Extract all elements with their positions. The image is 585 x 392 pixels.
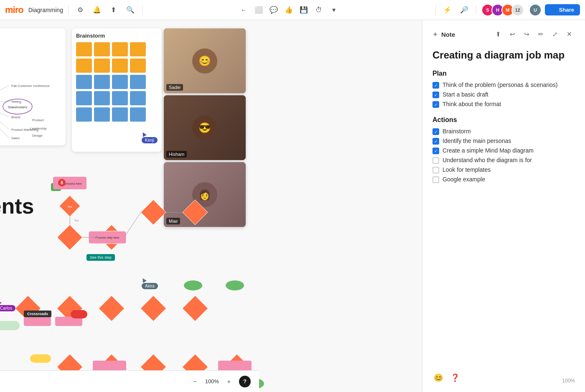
- action-check-1[interactable]: ✓: [432, 128, 439, 135]
- sticky-18[interactable]: [94, 107, 110, 122]
- action-check-4[interactable]: [432, 157, 439, 164]
- note-bottom-actions: 😊 ❓: [432, 372, 461, 384]
- canvas[interactable]: Mind map Website launch 💬: [0, 20, 422, 392]
- sticky-2[interactable]: [94, 42, 110, 56]
- more-tools-button[interactable]: ▾: [327, 3, 341, 17]
- zoom-button[interactable]: 🔎: [458, 3, 471, 17]
- sticky-13[interactable]: [76, 91, 92, 105]
- note-expand-button[interactable]: ⤢: [549, 28, 561, 40]
- action-item-1: ✓ Brainstorm: [432, 128, 575, 135]
- sticky-4[interactable]: [130, 42, 146, 56]
- sadie-label: Sadie: [166, 84, 183, 91]
- zoom-in-button[interactable]: +: [222, 375, 236, 388]
- plan-checklist: ✓ Think of the problem (personas & scena…: [432, 81, 575, 108]
- share-export-button[interactable]: ⬆: [107, 3, 120, 17]
- my-avatar[interactable]: U: [529, 4, 542, 16]
- sticky-8[interactable]: [130, 59, 146, 73]
- sticky-16[interactable]: [130, 91, 146, 105]
- bottom-toolbar: 🎤 📷 📤 👥 Leave − 100% + ?: [0, 370, 259, 392]
- help-button[interactable]: ?: [239, 376, 251, 387]
- sticky-14[interactable]: [94, 91, 110, 105]
- svg-text:Fall Customer conference: Fall Customer conference: [11, 84, 50, 88]
- svg-marker-56: [141, 296, 166, 321]
- sticky-11[interactable]: [112, 75, 128, 89]
- svg-marker-44: [141, 200, 166, 225]
- sticky-12[interactable]: [130, 75, 146, 89]
- plan-check-2[interactable]: ✓: [432, 92, 439, 98]
- sticky-7[interactable]: [112, 59, 128, 73]
- plan-item-1-text: Think of the problem (personas & scenari…: [443, 81, 557, 88]
- note-panel-top: ✦ Note ⬆ ↩ ↪ ✏ ⤢ ✕: [432, 28, 575, 40]
- reactions-button[interactable]: 👍: [282, 3, 295, 17]
- comments-button[interactable]: 💬: [267, 3, 280, 17]
- note-close-button[interactable]: ✕: [563, 28, 575, 40]
- note-export-button[interactable]: ⬆: [492, 28, 504, 40]
- sticky-10[interactable]: [94, 75, 110, 89]
- search-button[interactable]: 🔍: [124, 3, 137, 17]
- note-undo-button[interactable]: ↩: [506, 28, 518, 40]
- avatar-count[interactable]: 12: [511, 4, 524, 16]
- sticky-15[interactable]: [112, 91, 128, 105]
- plan-check-1[interactable]: ✓: [432, 82, 439, 89]
- note-emoji-button[interactable]: 😊: [432, 372, 444, 384]
- action-check-6[interactable]: [432, 176, 439, 183]
- lasso-button[interactable]: ⚡: [441, 3, 454, 17]
- note-style-button[interactable]: ✏: [535, 28, 547, 40]
- svg-text:Yes: Yes: [74, 219, 79, 222]
- note-panel-top-left: ✦ Note: [432, 31, 455, 38]
- action-check-3[interactable]: ✓: [432, 148, 439, 154]
- save-button[interactable]: 💾: [297, 3, 310, 17]
- svg-marker-42: [57, 225, 82, 250]
- action-item-1-text: Brainstorm: [443, 128, 471, 135]
- plan-item-2: ✓ Start a basic draft: [432, 91, 575, 98]
- svg-point-48: [184, 280, 202, 290]
- note-redo-button[interactable]: ↪: [521, 28, 532, 40]
- video-hisham-placeholder: 😎: [164, 95, 246, 160]
- mindmap-svg: Website launch 💬 Fall Customer conferenc…: [0, 48, 64, 145]
- timer-button[interactable]: ⏱: [312, 3, 326, 17]
- main-area: T A » Mind map Website launch: [0, 20, 585, 392]
- sticky-17[interactable]: [76, 107, 92, 122]
- svg-text:Yes: Yes: [67, 205, 72, 208]
- sticky-19[interactable]: [112, 107, 128, 122]
- svg-text:Stakeholders: Stakeholders: [8, 105, 28, 109]
- sticky-6[interactable]: [94, 59, 110, 73]
- svg-point-49: [226, 280, 244, 290]
- svg-text:Process step here: Process step here: [96, 236, 120, 239]
- sep2: [142, 5, 142, 15]
- sticky-5[interactable]: [76, 59, 92, 73]
- kenji-cursor-arrow: [141, 131, 147, 137]
- action-item-3: ✓ Create a simple Mind Map diagram: [432, 147, 575, 154]
- board-name[interactable]: Diagramming: [28, 7, 63, 13]
- plan-check-3[interactable]: ✓: [432, 101, 439, 108]
- stickies-grid: [76, 42, 158, 122]
- crossroads-annotation: Crossroads: [24, 311, 51, 317]
- action-check-2[interactable]: ✓: [432, 138, 439, 145]
- plan-item-3-text: Think about the format: [443, 101, 501, 107]
- plan-item-3: ✓ Think about the format: [432, 101, 575, 108]
- comment-badge[interactable]: 8: [58, 179, 66, 186]
- back-button[interactable]: ←: [237, 3, 250, 17]
- action-item-5: Look for templates: [432, 166, 575, 173]
- sticky-9[interactable]: [76, 75, 92, 89]
- sep4: [476, 5, 476, 15]
- svg-rect-58: [0, 321, 20, 330]
- note-help-button[interactable]: ❓: [449, 372, 461, 384]
- sticky-20[interactable]: [130, 107, 146, 122]
- svg-line-13: [0, 107, 9, 130]
- mindmap-inner: Website launch 💬 Fall Customer conferenc…: [0, 40, 66, 145]
- frames-button[interactable]: ⬜: [252, 3, 265, 17]
- zoom-out-button[interactable]: −: [188, 375, 202, 388]
- sticky-3[interactable]: [112, 42, 128, 56]
- share-button[interactable]: 👤 Share: [545, 4, 580, 15]
- sticky-1[interactable]: [76, 42, 92, 56]
- hisham-label: Hisham: [166, 151, 187, 158]
- sep3: [435, 5, 436, 15]
- settings-button[interactable]: ⚙: [74, 3, 87, 17]
- action-item-6: Google example: [432, 176, 575, 183]
- action-check-5[interactable]: [432, 167, 439, 173]
- miro-logo: miro: [5, 5, 23, 15]
- notifications-button[interactable]: 🔔: [90, 3, 104, 17]
- svg-marker-57: [183, 296, 208, 321]
- top-bar: miro Diagramming ⚙ 🔔 ⬆ 🔍 ← ⬜ 💬 👍 💾 ⏱ ▾ ⚡…: [0, 0, 585, 20]
